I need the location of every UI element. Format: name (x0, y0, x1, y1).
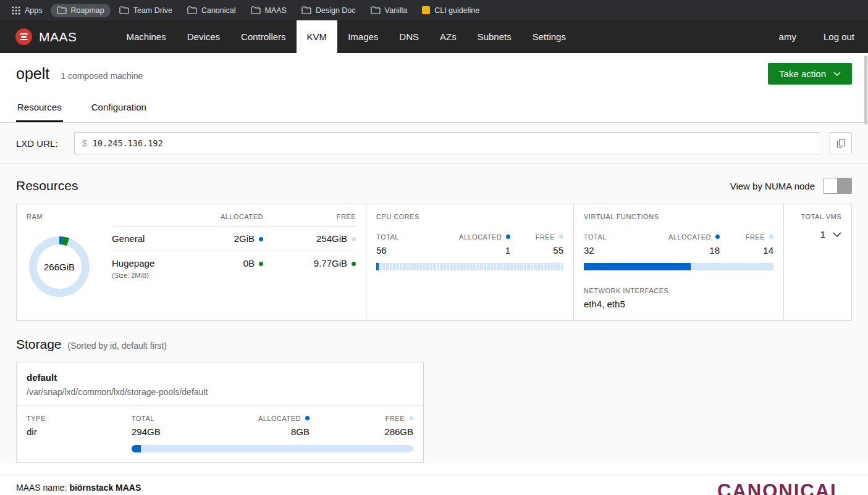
nav-item-kvm[interactable]: KVM (297, 20, 338, 53)
folder-icon (187, 6, 197, 14)
main-nav: MAAS Machines Devices Controllers KVM Im… (0, 20, 868, 53)
nav-item-machines[interactable]: Machines (116, 20, 177, 53)
bookmark-label: Team Drive (133, 6, 172, 15)
folder-icon (57, 6, 67, 14)
nav-item-subnets[interactable]: Subnets (467, 20, 522, 53)
bookmark-canonical[interactable]: Canonical (181, 4, 242, 17)
footer: MAAS name: biörnstack MAAS CANONICAL (0, 475, 868, 495)
ram-free-value: 9.77GiB (314, 258, 347, 268)
cli-guideline-favicon (422, 6, 430, 14)
copy-icon (836, 138, 846, 148)
ram-free-value: 254GiB (316, 233, 347, 244)
ram-col-allocated: ALLOCATED (204, 213, 263, 220)
nav-item-controllers[interactable]: Controllers (230, 20, 297, 53)
numa-toggle[interactable] (824, 178, 852, 194)
take-action-button[interactable]: Take action (768, 63, 852, 85)
cpu-cores-bar-fill (376, 263, 379, 270)
allocated-dot (259, 237, 263, 241)
bookmark-cli-guideline[interactable]: CLI guideline (416, 4, 486, 17)
total-vms-value: 1 (820, 229, 825, 239)
vf-total-label: TOTAL (584, 233, 657, 241)
ram-label: RAM (27, 213, 90, 220)
cpu-free-label: FREE (536, 233, 555, 241)
bookmark-roapmap[interactable]: Roapmap (51, 4, 111, 17)
maas-brand[interactable]: MAAS (0, 20, 93, 53)
bookmark-maas[interactable]: MAAS (245, 4, 293, 17)
ram-row-name: Hugepage (112, 258, 154, 268)
bookmarks-bar: Apps Roapmap Team Drive Canonical MAAS D… (0, 0, 868, 20)
copy-button[interactable] (830, 132, 852, 154)
vf-label: VIRTUAL FUNCTIONS (584, 213, 773, 220)
cpu-section: CPU CORES TOTAL 56 ALLOCATED 1 FREE 55 (366, 204, 573, 320)
hugepage-free-dot (352, 262, 356, 266)
folder-icon (371, 6, 381, 14)
numa-control: View by NUMA node (730, 178, 852, 194)
page-subtitle: 1 composed machine (61, 71, 143, 81)
storage-usage-bar (132, 445, 413, 452)
ram-table: ALLOCATED FREE General 2GiB 254GiB Hugep… (112, 213, 356, 297)
storage-sort-note: (Sorted by id, default first) (68, 341, 167, 351)
vf-allocated-label: ALLOCATED (668, 233, 711, 241)
network-interfaces-value: eth4, eth5 (584, 299, 773, 309)
free-dot (352, 237, 356, 241)
free-dot (769, 235, 773, 239)
storage-header: Storage (Sorted by id, default first) (0, 321, 868, 360)
bookmark-vanilla[interactable]: Vanilla (364, 4, 414, 17)
ram-allocated-value: 2GiB (234, 233, 255, 244)
hugepage-allocated-dot (259, 262, 263, 266)
cpu-label: CPU CORES (376, 213, 563, 220)
nav-item-devices[interactable]: Devices (177, 20, 230, 53)
nav-right: amy Log out (765, 20, 868, 53)
storage-allocated-value: 8GB (206, 426, 310, 437)
cpu-total-value: 56 (376, 245, 448, 256)
nav-item-settings[interactable]: Settings (522, 20, 576, 53)
ram-donut-total: 266GiB (37, 244, 82, 289)
free-dot (559, 235, 563, 239)
ram-donut-chart: 266GiB (29, 236, 90, 297)
ram-section: RAM 266GiB ALLOCATED FREE (17, 204, 366, 320)
total-vms-section: TOTAL VMS 1 (783, 204, 851, 320)
bookmark-design-doc[interactable]: Design Doc (295, 4, 362, 17)
ram-row-name: General (112, 233, 204, 244)
storage-free-label: FREE (386, 415, 405, 422)
virtual-functions-bar (584, 263, 773, 270)
hugepage-size-note: (Size: 2MiB) (112, 272, 204, 279)
vf-free-label: FREE (746, 233, 765, 241)
bookmark-label: Canonical (201, 6, 236, 15)
maas-name-label: MAAS name: (16, 483, 67, 493)
folder-icon (251, 6, 261, 14)
resources-heading: Resources (16, 178, 78, 193)
storage-type-value: dir (27, 426, 132, 437)
pool-name: default (27, 372, 413, 383)
numa-toggle-label: View by NUMA node (730, 181, 815, 191)
maas-name-value: biörnstack MAAS (69, 483, 141, 493)
ram-allocated-value: 0B (243, 258, 255, 268)
total-vms-label: TOTAL VMS (794, 213, 841, 220)
tab-configuration[interactable]: Configuration (90, 92, 148, 122)
bookmark-team-drive[interactable]: Team Drive (113, 4, 179, 17)
page: Apps Roapmap Team Drive Canonical MAAS D… (0, 0, 868, 495)
divider (17, 406, 423, 406)
bookmark-label: MAAS (265, 6, 287, 15)
nav-item-azs[interactable]: AZs (429, 20, 467, 53)
nav-user[interactable]: amy (765, 20, 810, 53)
logout-link[interactable]: Log out (810, 20, 868, 53)
scrollbar-thumb[interactable] (864, 56, 867, 125)
tab-resources[interactable]: Resources (16, 92, 63, 122)
nav-item-dns[interactable]: DNS (389, 20, 429, 53)
resources-card: RAM 266GiB ALLOCATED FREE (16, 204, 852, 321)
lxd-url-row: LXD URL: $ 10.245.136.192 (0, 123, 868, 164)
lxd-url-field[interactable]: $ 10.245.136.192 (74, 132, 820, 154)
apps-button[interactable]: Apps (6, 4, 48, 17)
nav-item-images[interactable]: Images (337, 20, 389, 53)
toggle-knob (824, 178, 838, 194)
storage-total-value: 294GB (132, 426, 206, 437)
cpu-total-label: TOTAL (376, 233, 448, 241)
cpu-cores-bar (376, 263, 563, 270)
vms-chevron-down-icon[interactable] (833, 232, 841, 237)
folder-icon (301, 6, 311, 14)
virtual-functions-bar-fill (584, 263, 691, 270)
ram-row-hugepage: Hugepage (Size: 2MiB) 0B 9.77GiB (112, 251, 356, 286)
canonical-logo: CANONICAL (717, 481, 843, 495)
resources-header: Resources View by NUMA node (0, 164, 868, 202)
